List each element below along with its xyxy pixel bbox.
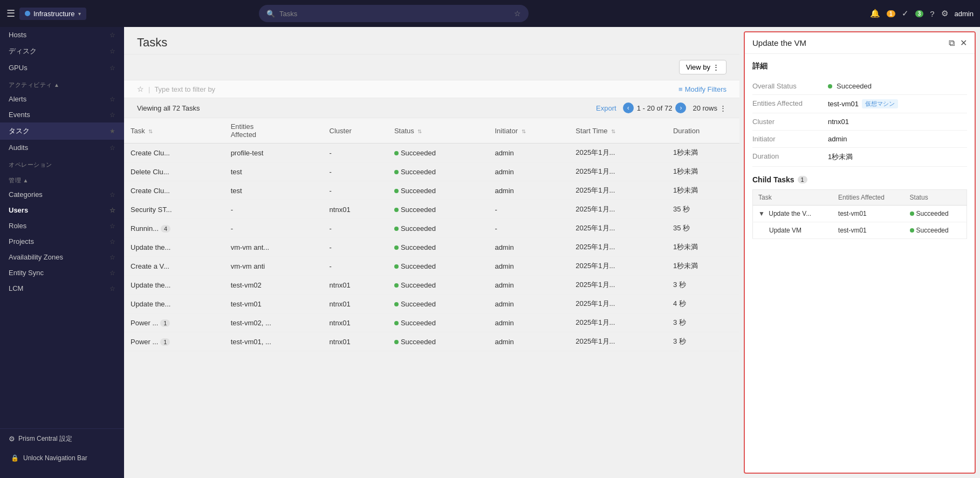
tasks-check-icon[interactable]: ✓: [902, 9, 909, 18]
alerts-star-icon[interactable]: ☆: [109, 95, 115, 103]
modify-filters-button[interactable]: ≡ Modify Filters: [679, 85, 727, 93]
start_time-cell: 2025年1月...: [569, 219, 667, 238]
task-cell: Update the...: [124, 276, 224, 295]
next-page-button[interactable]: ›: [675, 103, 686, 113]
sidebar-item-disks[interactable]: ディスク ☆: [0, 43, 124, 60]
cluster-cell: -: [323, 219, 388, 238]
view-by-button[interactable]: View by ⋮: [679, 60, 727, 74]
cluster-cell: ntnx01: [323, 295, 388, 313]
table-row[interactable]: Power ...1test-vm01, ...ntnx01Succeededa…: [124, 332, 739, 351]
duration-cell: 1秒未満: [667, 144, 739, 162]
tasks-table-container: Task ⇅ EntitiesAffected Cluster Status ⇅…: [124, 118, 739, 478]
events-star-icon[interactable]: ☆: [109, 111, 115, 119]
expand-panel-button[interactable]: ⧉: [949, 38, 955, 48]
sidebar-item-events[interactable]: Events ☆: [0, 107, 124, 122]
entities-cell: vm-vm ant...: [224, 238, 323, 257]
prism-settings-label: Prism Central 設定: [18, 434, 72, 443]
sidebar-item-gpus[interactable]: GPUs ☆: [0, 60, 124, 76]
sidebar-item-projects[interactable]: Projects ☆: [0, 234, 124, 249]
export-button[interactable]: Export: [596, 104, 616, 112]
sidebar-item-availability-zones[interactable]: Availability Zones ☆: [0, 249, 124, 265]
detail-section-label: 詳細: [752, 62, 967, 71]
table-row[interactable]: Update the...test-vm02ntnx01Succeededadm…: [124, 276, 739, 295]
initiator-cell: admin: [488, 162, 569, 181]
task-cell: Power ...1: [124, 332, 224, 351]
rows-chevron-icon: ⋮: [719, 104, 727, 112]
brand-selector[interactable]: Infrastructure ▾: [19, 8, 86, 20]
projects-star-icon[interactable]: ☆: [109, 238, 115, 245]
child-task-status-2: Succeeded: [904, 222, 967, 239]
table-row[interactable]: Create Clu...test-Succeededadmin2025年1月.…: [124, 181, 739, 200]
pagination: ‹ 1 - 20 of 72 ›: [623, 103, 687, 113]
task-cell: Create Clu...: [124, 144, 224, 162]
sidebar-item-alerts[interactable]: Alerts ☆: [0, 91, 124, 107]
users-star-icon[interactable]: ☆: [109, 207, 115, 214]
admin-label[interactable]: admin: [955, 10, 974, 18]
hamburger-menu[interactable]: ☰: [6, 8, 15, 19]
bell-icon[interactable]: 🔔: [870, 9, 880, 18]
entity-sync-star-icon[interactable]: ☆: [109, 269, 115, 277]
prism-settings[interactable]: ⚙ Prism Central 設定: [0, 428, 124, 449]
categories-star-icon[interactable]: ☆: [109, 191, 115, 199]
table-row[interactable]: Update the...test-vm01ntnx01Succeededadm…: [124, 295, 739, 313]
roles-star-icon[interactable]: ☆: [109, 222, 115, 230]
sidebar-item-roles[interactable]: Roles ☆: [0, 218, 124, 234]
table-row[interactable]: Security ST...-ntnx01Succeeded-2025年1月..…: [124, 200, 739, 219]
child-task-row-1[interactable]: ▼ Update the V... test-vm01 Succeeded: [753, 206, 967, 222]
status-field-label: Overall Status: [752, 82, 828, 90]
status-dot-icon: [394, 283, 399, 288]
task-cell: Update the...: [124, 295, 224, 313]
sidebar-item-categories[interactable]: Categories ☆: [0, 187, 124, 202]
search-star-icon[interactable]: ☆: [514, 9, 521, 18]
start_time-cell: 2025年1月...: [569, 332, 667, 351]
table-row[interactable]: Create Clu...profile-test-Succeededadmin…: [124, 144, 739, 162]
table-row[interactable]: Runnin...4--Succeeded-2025年1月...35 秒: [124, 219, 739, 238]
unlock-nav-bar[interactable]: 🔒 Unlock Navigation Bar: [0, 449, 124, 467]
lcm-star-icon[interactable]: ☆: [109, 285, 115, 292]
tasks-star-icon[interactable]: ★: [109, 127, 115, 135]
disks-star-icon[interactable]: ☆: [109, 47, 115, 55]
sidebar-item-lcm[interactable]: LCM ☆: [0, 281, 124, 296]
settings-icon[interactable]: ⚙: [941, 9, 948, 18]
detail-row-cluster: Cluster ntnx01: [752, 113, 967, 131]
table-row[interactable]: Delete Clu...test-Succeededadmin2025年1月.…: [124, 162, 739, 181]
sidebar-item-users[interactable]: Users ☆: [0, 202, 124, 218]
close-panel-button[interactable]: ✕: [960, 38, 967, 48]
initiator-cell: admin: [488, 276, 569, 295]
az-star-icon[interactable]: ☆: [109, 254, 115, 261]
col-status[interactable]: Status ⇅: [388, 118, 489, 144]
audits-star-icon[interactable]: ☆: [109, 144, 115, 152]
child-task-row-2[interactable]: Update VM test-vm01 Succeeded: [753, 222, 967, 239]
view-by-label: View by: [686, 63, 710, 71]
sidebar-item-hosts[interactable]: Hosts ☆: [0, 27, 124, 43]
projects-label: Projects: [9, 237, 34, 245]
col-start-time[interactable]: Start Time ⇅: [569, 118, 667, 144]
sidebar-item-tasks[interactable]: タスク ★: [0, 122, 124, 140]
duration-cell: 4 秒: [667, 295, 739, 313]
users-label: Users: [9, 206, 28, 214]
help-icon[interactable]: ?: [930, 9, 934, 18]
page-header: Tasks: [124, 27, 739, 54]
tasks-label: タスク: [9, 126, 30, 136]
task-cell: Security ST...: [124, 200, 224, 219]
rows-label: 20 rows: [693, 104, 717, 112]
col-task[interactable]: Task ⇅: [124, 118, 224, 144]
col-initiator[interactable]: Initiator ⇅: [488, 118, 569, 144]
child-task-name-1: ▼ Update the V...: [753, 206, 833, 222]
rows-select[interactable]: 20 rows ⋮: [693, 104, 727, 112]
gpus-star-icon[interactable]: ☆: [109, 64, 115, 72]
sidebar-item-audits[interactable]: Audits ☆: [0, 140, 124, 155]
table-row[interactable]: Create a V...vm-vm anti-Succeededadmin20…: [124, 257, 739, 276]
cluster-cell: ntnx01: [323, 332, 388, 351]
global-search[interactable]: 🔍 ☆: [259, 5, 529, 22]
status-dot-icon: [394, 208, 399, 212]
entities-cell: test-vm01: [224, 295, 323, 313]
prev-page-button[interactable]: ‹: [623, 103, 634, 113]
sidebar-item-entity-sync[interactable]: Entity Sync ☆: [0, 265, 124, 281]
filter-input[interactable]: [154, 85, 674, 93]
search-input[interactable]: [279, 10, 510, 18]
hosts-star-icon[interactable]: ☆: [109, 31, 115, 39]
filter-star-icon[interactable]: ☆: [137, 85, 144, 93]
table-row[interactable]: Update the...vm-vm ant...-Succeededadmin…: [124, 238, 739, 257]
table-row[interactable]: Power ...1test-vm02, ...ntnx01Succeededa…: [124, 313, 739, 332]
